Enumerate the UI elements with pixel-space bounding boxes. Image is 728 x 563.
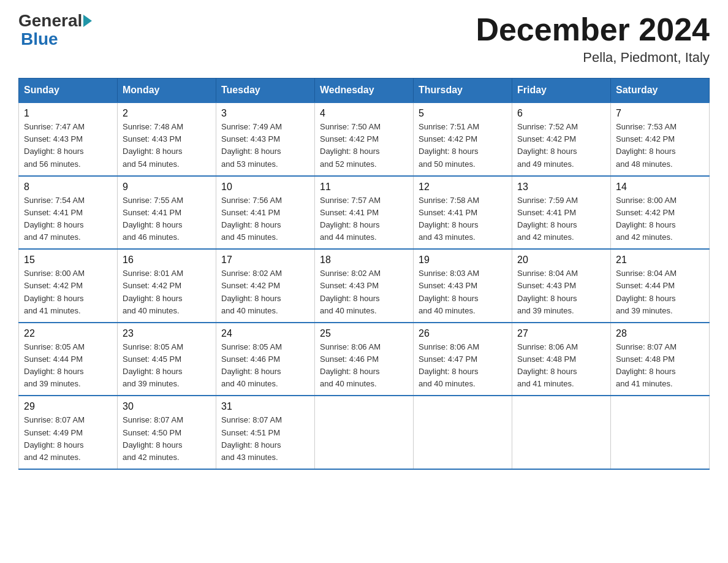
day-info: Sunrise: 8:01 AMSunset: 4:42 PMDaylight:…	[123, 269, 183, 315]
day-info: Sunrise: 8:00 AMSunset: 4:42 PMDaylight:…	[24, 269, 85, 315]
table-row: 18Sunrise: 8:02 AMSunset: 4:43 PMDayligh…	[315, 249, 414, 323]
table-row: 22Sunrise: 8:05 AMSunset: 4:44 PMDayligh…	[19, 323, 118, 396]
day-number: 10	[221, 182, 309, 193]
day-number: 21	[616, 255, 704, 266]
table-row: 6Sunrise: 7:52 AMSunset: 4:42 PMDaylight…	[512, 102, 611, 176]
day-info: Sunrise: 7:51 AMSunset: 4:42 PMDaylight:…	[419, 122, 479, 168]
day-number: 11	[320, 182, 408, 193]
calendar-table: Sunday Monday Tuesday Wednesday Thursday…	[18, 78, 710, 470]
calendar-week-row: 29Sunrise: 8:07 AMSunset: 4:49 PMDayligh…	[19, 396, 710, 469]
table-row: 19Sunrise: 8:03 AMSunset: 4:43 PMDayligh…	[414, 249, 512, 323]
table-row: 31Sunrise: 8:07 AMSunset: 4:51 PMDayligh…	[216, 396, 315, 469]
day-info: Sunrise: 7:52 AMSunset: 4:42 PMDaylight:…	[517, 122, 578, 168]
calendar-week-row: 1Sunrise: 7:47 AMSunset: 4:43 PMDaylight…	[19, 102, 710, 176]
table-row: 26Sunrise: 8:06 AMSunset: 4:47 PMDayligh…	[414, 323, 512, 396]
day-info: Sunrise: 8:06 AMSunset: 4:48 PMDaylight:…	[517, 342, 578, 388]
table-row: 25Sunrise: 8:06 AMSunset: 4:46 PMDayligh…	[315, 323, 414, 396]
logo: General Blue	[18, 12, 93, 49]
day-info: Sunrise: 7:57 AMSunset: 4:41 PMDaylight:…	[320, 196, 381, 242]
logo-general-text: General	[18, 12, 82, 29]
day-number: 27	[517, 328, 605, 339]
col-thursday: Thursday	[414, 79, 512, 103]
day-info: Sunrise: 7:54 AMSunset: 4:41 PMDaylight:…	[24, 196, 85, 242]
table-row: 14Sunrise: 8:00 AMSunset: 4:42 PMDayligh…	[611, 176, 710, 250]
day-info: Sunrise: 8:05 AMSunset: 4:45 PMDaylight:…	[123, 342, 183, 388]
calendar-header-row: Sunday Monday Tuesday Wednesday Thursday…	[19, 79, 710, 103]
table-row: 28Sunrise: 8:07 AMSunset: 4:48 PMDayligh…	[611, 323, 710, 396]
logo-blue-text: Blue	[21, 29, 58, 48]
day-number: 30	[123, 401, 211, 412]
day-info: Sunrise: 8:06 AMSunset: 4:47 PMDaylight:…	[419, 342, 479, 388]
table-row: 17Sunrise: 8:02 AMSunset: 4:42 PMDayligh…	[216, 249, 315, 323]
day-number: 2	[123, 108, 211, 119]
calendar-week-row: 15Sunrise: 8:00 AMSunset: 4:42 PMDayligh…	[19, 249, 710, 323]
calendar-week-row: 8Sunrise: 7:54 AMSunset: 4:41 PMDaylight…	[19, 176, 710, 250]
day-info: Sunrise: 8:07 AMSunset: 4:51 PMDaylight:…	[221, 415, 282, 461]
day-number: 16	[123, 255, 211, 266]
day-number: 3	[221, 108, 309, 119]
table-row: 1Sunrise: 7:47 AMSunset: 4:43 PMDaylight…	[19, 102, 118, 176]
table-row: 30Sunrise: 8:07 AMSunset: 4:50 PMDayligh…	[118, 396, 216, 469]
day-number: 13	[517, 182, 605, 193]
day-number: 22	[24, 328, 112, 339]
table-row: 13Sunrise: 7:59 AMSunset: 4:41 PMDayligh…	[512, 176, 611, 250]
day-info: Sunrise: 7:48 AMSunset: 4:43 PMDaylight:…	[123, 122, 183, 168]
table-row: 24Sunrise: 8:05 AMSunset: 4:46 PMDayligh…	[216, 323, 315, 396]
table-row: 8Sunrise: 7:54 AMSunset: 4:41 PMDaylight…	[19, 176, 118, 250]
day-info: Sunrise: 7:49 AMSunset: 4:43 PMDaylight:…	[221, 122, 282, 168]
day-number: 20	[517, 255, 605, 266]
day-number: 25	[320, 328, 408, 339]
day-number: 29	[24, 401, 112, 412]
page-header: General Blue December 2024 Pella, Piedmo…	[18, 12, 710, 66]
table-row: 11Sunrise: 7:57 AMSunset: 4:41 PMDayligh…	[315, 176, 414, 250]
day-number: 8	[24, 182, 112, 193]
day-info: Sunrise: 8:02 AMSunset: 4:42 PMDaylight:…	[221, 269, 282, 315]
day-number: 4	[320, 108, 408, 119]
day-info: Sunrise: 7:58 AMSunset: 4:41 PMDaylight:…	[419, 196, 479, 242]
table-row: 29Sunrise: 8:07 AMSunset: 4:49 PMDayligh…	[19, 396, 118, 469]
day-info: Sunrise: 8:07 AMSunset: 4:49 PMDaylight:…	[24, 415, 85, 461]
table-row: 27Sunrise: 8:06 AMSunset: 4:48 PMDayligh…	[512, 323, 611, 396]
day-number: 17	[221, 255, 309, 266]
day-number: 26	[419, 328, 507, 339]
day-info: Sunrise: 8:04 AMSunset: 4:44 PMDaylight:…	[616, 269, 677, 315]
table-row: 10Sunrise: 7:56 AMSunset: 4:41 PMDayligh…	[216, 176, 315, 250]
day-number: 18	[320, 255, 408, 266]
day-number: 23	[123, 328, 211, 339]
table-row: 7Sunrise: 7:53 AMSunset: 4:42 PMDaylight…	[611, 102, 710, 176]
day-info: Sunrise: 7:47 AMSunset: 4:43 PMDaylight:…	[24, 122, 85, 168]
col-wednesday: Wednesday	[315, 79, 414, 103]
table-row: 4Sunrise: 7:50 AMSunset: 4:42 PMDaylight…	[315, 102, 414, 176]
col-sunday: Sunday	[19, 79, 118, 103]
day-number: 28	[616, 328, 704, 339]
table-row: 20Sunrise: 8:04 AMSunset: 4:43 PMDayligh…	[512, 249, 611, 323]
calendar-week-row: 22Sunrise: 8:05 AMSunset: 4:44 PMDayligh…	[19, 323, 710, 396]
day-number: 31	[221, 401, 309, 412]
day-info: Sunrise: 7:56 AMSunset: 4:41 PMDaylight:…	[221, 196, 282, 242]
day-number: 14	[616, 182, 704, 193]
table-row: 15Sunrise: 8:00 AMSunset: 4:42 PMDayligh…	[19, 249, 118, 323]
col-saturday: Saturday	[611, 79, 710, 103]
table-row	[512, 396, 611, 469]
day-number: 7	[616, 108, 704, 119]
day-number: 5	[419, 108, 507, 119]
table-row	[611, 396, 710, 469]
day-number: 6	[517, 108, 605, 119]
day-info: Sunrise: 7:50 AMSunset: 4:42 PMDaylight:…	[320, 122, 381, 168]
table-row: 16Sunrise: 8:01 AMSunset: 4:42 PMDayligh…	[118, 249, 216, 323]
day-info: Sunrise: 8:03 AMSunset: 4:43 PMDaylight:…	[419, 269, 479, 315]
month-title: December 2024	[476, 12, 710, 47]
day-info: Sunrise: 7:55 AMSunset: 4:41 PMDaylight:…	[123, 196, 183, 242]
table-row: 2Sunrise: 7:48 AMSunset: 4:43 PMDaylight…	[118, 102, 216, 176]
day-number: 19	[419, 255, 507, 266]
title-area: December 2024 Pella, Piedmont, Italy	[476, 12, 710, 66]
day-info: Sunrise: 7:59 AMSunset: 4:41 PMDaylight:…	[517, 196, 578, 242]
day-number: 1	[24, 108, 112, 119]
day-info: Sunrise: 8:07 AMSunset: 4:48 PMDaylight:…	[616, 342, 677, 388]
day-number: 9	[123, 182, 211, 193]
table-row	[414, 396, 512, 469]
day-number: 15	[24, 255, 112, 266]
day-info: Sunrise: 8:02 AMSunset: 4:43 PMDaylight:…	[320, 269, 381, 315]
day-info: Sunrise: 8:06 AMSunset: 4:46 PMDaylight:…	[320, 342, 381, 388]
day-info: Sunrise: 8:05 AMSunset: 4:44 PMDaylight:…	[24, 342, 85, 388]
